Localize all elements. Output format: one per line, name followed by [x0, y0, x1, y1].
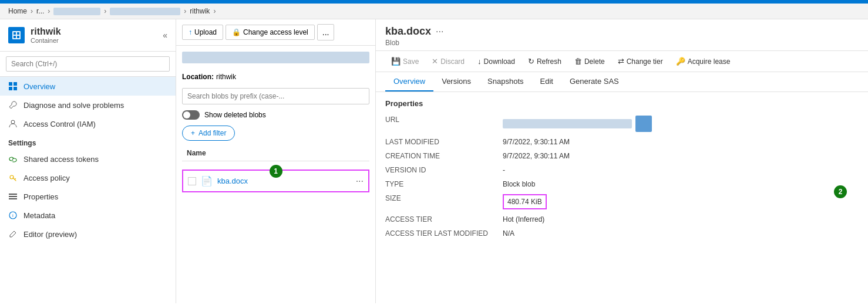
- prop-label-size: SIZE: [385, 191, 503, 212]
- tab-snapshots[interactable]: Snapshots: [479, 72, 531, 92]
- breadcrumb-sep5: ›: [213, 7, 216, 15]
- svg-rect-13: [9, 198, 17, 199]
- settings-section-label: Settings: [0, 133, 176, 150]
- sidebar-item-diagnose[interactable]: Diagnose and solve problems: [0, 96, 176, 114]
- breadcrumb-sep1: ›: [31, 7, 33, 15]
- right-header: kba.docx ··· Blob: [376, 19, 868, 51]
- show-deleted-toggle[interactable]: [182, 110, 200, 120]
- right-panel: kba.docx ··· Blob 💾 Save ✕ Discard ↓ Dow…: [376, 19, 868, 303]
- prop-row-type: TYPE Block blob: [385, 177, 859, 191]
- sidebar-item-properties[interactable]: Properties: [0, 187, 176, 206]
- download-button[interactable]: ↓ Download: [472, 55, 521, 68]
- breadcrumb-sep4: ›: [184, 7, 186, 15]
- sidebar-title: rithwik: [31, 26, 61, 37]
- edit-icon: [8, 229, 18, 239]
- discard-button[interactable]: ✕ Discard: [426, 55, 470, 68]
- more-options-button[interactable]: ...: [317, 24, 335, 40]
- sidebar-nav: Overview Diagnose and solve problems Acc…: [0, 77, 176, 303]
- sidebar-search-input[interactable]: [6, 56, 170, 72]
- upload-button[interactable]: ↑ Upload: [182, 25, 223, 40]
- right-toolbar: 💾 Save ✕ Discard ↓ Download ↻ Refresh 🗑 …: [376, 51, 868, 72]
- right-tabs: Overview Versions Snapshots Edit Generat…: [376, 72, 868, 92]
- middle-panel: ↑ Upload 🔒 Change access level ... Locat…: [176, 19, 376, 303]
- name-column-header: Name: [187, 149, 206, 157]
- step-badge-2: 2: [834, 185, 847, 198]
- prop-label-version-id: VERSION ID: [385, 163, 503, 177]
- delete-button[interactable]: 🗑 Delete: [568, 55, 611, 68]
- svg-rect-7: [9, 87, 12, 90]
- sidebar-item-access-policy[interactable]: Access policy: [0, 168, 176, 187]
- location-label: Location:: [182, 73, 214, 81]
- files-table-header: Name: [182, 145, 369, 161]
- prop-row-access-tier: ACCESS TIER Hot (Inferred): [385, 212, 859, 226]
- files-table: Name 1 📄 kba.docx ···: [182, 145, 369, 297]
- wrench-icon: [8, 100, 18, 110]
- svg-text:i: i: [12, 213, 14, 218]
- breadcrumb-sep2: ›: [48, 7, 50, 15]
- docx-file-icon: 📄: [201, 175, 213, 187]
- sidebar-item-editor-label: Editor (preview): [23, 230, 77, 239]
- svg-rect-8: [14, 87, 17, 90]
- breadcrumb-blurred2: [110, 8, 180, 15]
- blob-search-input[interactable]: [182, 88, 369, 104]
- sidebar-collapse-btn[interactable]: «: [163, 30, 167, 40]
- prop-row-url: URL: [385, 113, 859, 135]
- sidebar-item-iam[interactable]: Access Control (IAM): [0, 114, 176, 133]
- sidebar-item-shared-access-label: Shared access tokens: [23, 155, 99, 164]
- middle-content: Location: rithwik Show deleted blobs + A…: [176, 46, 375, 303]
- table-row[interactable]: 1 📄 kba.docx ···: [182, 170, 369, 192]
- download-icon: ↓: [477, 57, 482, 66]
- prop-row-last-modified: LAST MODIFIED 9/7/2022, 9:30:11 AM: [385, 135, 859, 149]
- tab-versions[interactable]: Versions: [433, 72, 479, 92]
- save-label: Save: [403, 57, 419, 66]
- right-content: Properties URL LAST MODIFIED: [376, 92, 868, 303]
- svg-rect-3: [14, 36, 16, 38]
- change-tier-icon: ⇄: [618, 57, 624, 66]
- svg-point-10: [10, 175, 14, 179]
- tab-generate-sas[interactable]: Generate SAS: [561, 72, 627, 92]
- breadcrumb-resource[interactable]: r...: [36, 7, 44, 15]
- file-checkbox[interactable]: [188, 177, 196, 185]
- blob-type: Blob: [385, 39, 859, 47]
- refresh-button[interactable]: ↻ Refresh: [522, 55, 567, 68]
- sidebar-item-properties-label: Properties: [23, 192, 58, 201]
- file-more-options[interactable]: ···: [356, 176, 364, 187]
- tab-overview[interactable]: Overview: [385, 72, 433, 92]
- sidebar-item-access-policy-label: Access policy: [23, 174, 70, 182]
- svg-rect-6: [14, 82, 17, 86]
- blob-title-row: kba.docx ···: [385, 25, 859, 38]
- svg-rect-12: [9, 196, 17, 197]
- person-icon: [8, 119, 18, 128]
- sidebar-item-metadata[interactable]: i Metadata: [0, 206, 176, 225]
- tab-edit[interactable]: Edit: [532, 72, 561, 92]
- delete-icon: 🗑: [574, 57, 582, 66]
- link-icon: [8, 154, 18, 164]
- breadcrumb-home[interactable]: Home: [8, 7, 27, 15]
- prop-label-access-tier-modified: ACCESS TIER LAST MODIFIED: [385, 226, 503, 240]
- prop-label-access-tier: ACCESS TIER: [385, 212, 503, 226]
- prop-value-version-id: -: [503, 163, 859, 177]
- prop-label-type: TYPE: [385, 177, 503, 191]
- url-copy-icon[interactable]: [635, 116, 652, 132]
- sidebar-subtitle: Container: [31, 37, 61, 44]
- acquire-lease-button[interactable]: 🔑 Acquire lease: [670, 55, 736, 68]
- sidebar-item-shared-access[interactable]: Shared access tokens: [0, 150, 176, 168]
- prop-label-url: URL: [385, 113, 503, 135]
- prop-row-creation-time: CREATION TIME 9/7/2022, 9:30:11 AM: [385, 149, 859, 163]
- svg-rect-11: [9, 194, 17, 195]
- blob-more-btn[interactable]: ···: [436, 26, 443, 37]
- change-access-button[interactable]: 🔒 Change access level: [226, 25, 315, 40]
- sidebar-item-overview[interactable]: Overview: [0, 77, 176, 96]
- key-icon: [8, 173, 18, 182]
- save-icon: 💾: [391, 57, 401, 66]
- add-filter-icon: +: [191, 129, 195, 137]
- add-filter-button[interactable]: + Add filter: [182, 126, 235, 141]
- breadcrumb-container[interactable]: rithwik: [190, 7, 210, 15]
- save-button[interactable]: 💾 Save: [385, 55, 425, 68]
- prop-value-url: [503, 113, 859, 135]
- sidebar-item-iam-label: Access Control (IAM): [23, 120, 96, 128]
- sidebar-item-editor[interactable]: Editor (preview): [0, 225, 176, 243]
- change-tier-button[interactable]: ⇄ Change tier: [612, 55, 669, 68]
- acquire-lease-label: Acquire lease: [688, 57, 731, 66]
- refresh-label: Refresh: [537, 57, 561, 66]
